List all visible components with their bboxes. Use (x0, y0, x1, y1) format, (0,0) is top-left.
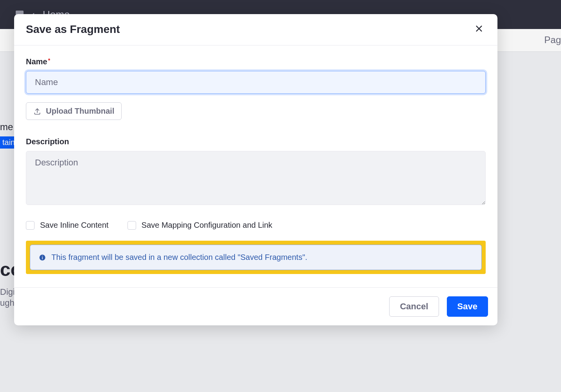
modal-header: Save as Fragment (14, 14, 497, 45)
name-label-text: Name (26, 57, 47, 66)
checkbox-row: Save Inline Content Save Mapping Configu… (26, 221, 486, 230)
save-button[interactable]: Save (447, 296, 488, 317)
checkbox-box (128, 221, 136, 230)
upload-thumbnail-label: Upload Thumbnail (46, 107, 114, 116)
save-inline-content-checkbox[interactable]: Save Inline Content (26, 221, 109, 230)
checkbox-label: Save Mapping Configuration and Link (142, 221, 273, 230)
svg-rect-4 (42, 257, 43, 259)
modal-title: Save as Fragment (26, 23, 120, 36)
info-highlight: This fragment will be saved in a new col… (26, 241, 486, 274)
info-text: This fragment will be saved in a new col… (51, 253, 307, 262)
info-icon (39, 254, 46, 261)
checkbox-label: Save Inline Content (40, 221, 109, 230)
close-button[interactable] (472, 22, 486, 36)
save-fragment-modal: Save as Fragment Name* Upload Thumbnail … (14, 14, 497, 325)
name-input[interactable] (26, 71, 486, 94)
checkbox-box (26, 221, 35, 230)
description-textarea[interactable] (26, 151, 486, 205)
info-alert: This fragment will be saved in a new col… (30, 245, 482, 270)
modal-body: Name* Upload Thumbnail Description Save … (14, 45, 497, 287)
svg-rect-5 (42, 256, 43, 256)
name-label: Name* (26, 57, 486, 66)
required-indicator: * (48, 57, 50, 64)
modal-footer: Cancel Save (14, 287, 497, 325)
description-label: Description (26, 137, 486, 146)
upload-thumbnail-button[interactable]: Upload Thumbnail (26, 102, 122, 120)
cancel-button[interactable]: Cancel (389, 296, 439, 317)
close-icon (475, 24, 483, 33)
upload-icon (33, 107, 41, 115)
save-mapping-checkbox[interactable]: Save Mapping Configuration and Link (128, 221, 273, 230)
